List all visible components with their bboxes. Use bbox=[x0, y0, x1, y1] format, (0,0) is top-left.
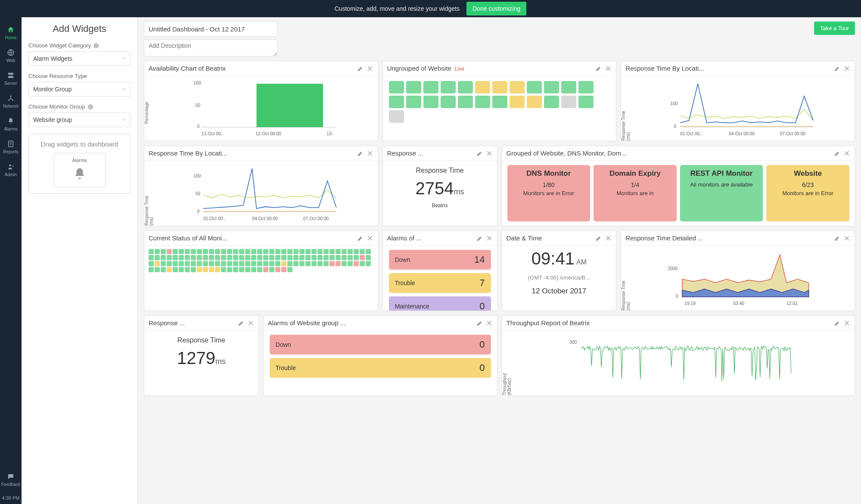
status-cell[interactable] bbox=[239, 261, 244, 266]
close-icon[interactable] bbox=[843, 150, 850, 157]
status-cell[interactable] bbox=[185, 249, 190, 254]
status-cell[interactable] bbox=[317, 261, 323, 266]
status-cell[interactable] bbox=[155, 255, 160, 260]
nav-home[interactable]: Home bbox=[0, 22, 22, 44]
status-cell[interactable] bbox=[360, 255, 365, 260]
status-cell[interactable] bbox=[161, 261, 166, 266]
status-cell[interactable] bbox=[275, 261, 280, 266]
status-cell[interactable] bbox=[305, 261, 311, 266]
status-cell[interactable] bbox=[257, 255, 262, 260]
status-cell[interactable] bbox=[167, 249, 172, 254]
status-cell[interactable] bbox=[293, 261, 298, 266]
status-cell[interactable] bbox=[185, 255, 190, 260]
status-cell[interactable] bbox=[389, 81, 404, 93]
status-cell[interactable] bbox=[389, 96, 404, 108]
widget-throughput[interactable]: Throughput Report of Beatrix Throughput … bbox=[502, 315, 855, 396]
status-cell[interactable] bbox=[233, 267, 238, 272]
status-cell[interactable] bbox=[406, 81, 421, 93]
status-cell[interactable] bbox=[354, 249, 359, 254]
status-cell[interactable] bbox=[311, 261, 317, 266]
status-cell[interactable] bbox=[305, 249, 311, 254]
nav-feedback[interactable]: Feedback bbox=[0, 469, 22, 490]
widget-ungrouped[interactable]: Ungrouped of Website Live bbox=[382, 61, 617, 141]
status-cell[interactable] bbox=[233, 261, 238, 266]
widget-resp-loc-2[interactable]: Response Time By Locati... Response Time… bbox=[144, 146, 378, 226]
info-icon[interactable]: i bbox=[93, 43, 99, 48]
status-cell[interactable] bbox=[281, 255, 286, 260]
close-icon[interactable] bbox=[367, 150, 373, 157]
widget-grouped[interactable]: Grouped of Website, DNS Monitor, Dom... … bbox=[502, 146, 855, 226]
status-cell[interactable] bbox=[155, 261, 160, 266]
status-cell[interactable] bbox=[281, 267, 286, 272]
status-cell[interactable] bbox=[492, 81, 507, 93]
status-cell[interactable] bbox=[406, 96, 421, 108]
status-cell[interactable] bbox=[287, 267, 292, 272]
group-dropdown[interactable]: Website group bbox=[28, 112, 131, 127]
status-cell[interactable] bbox=[578, 81, 594, 93]
status-cell[interactable] bbox=[269, 267, 274, 272]
status-cell[interactable] bbox=[245, 267, 250, 272]
status-cell[interactable] bbox=[475, 96, 490, 108]
status-cell[interactable] bbox=[342, 255, 347, 260]
status-cell[interactable] bbox=[305, 255, 311, 260]
status-cell[interactable] bbox=[167, 261, 172, 266]
status-cell[interactable] bbox=[209, 249, 214, 254]
status-cell[interactable] bbox=[149, 261, 154, 266]
widget-resp-loc-1[interactable]: Response Time By Locati... Response Time… bbox=[621, 61, 855, 141]
alarm-row[interactable]: Down14 bbox=[389, 250, 491, 270]
status-cell[interactable] bbox=[360, 261, 365, 266]
status-cell[interactable] bbox=[257, 267, 262, 272]
status-cell[interactable] bbox=[329, 255, 335, 260]
status-cell[interactable] bbox=[209, 267, 214, 272]
status-cell[interactable] bbox=[366, 255, 371, 260]
pencil-icon[interactable] bbox=[476, 235, 483, 242]
status-cell[interactable] bbox=[263, 261, 268, 266]
close-icon[interactable] bbox=[843, 235, 850, 242]
widget-response-time-1[interactable]: Response ... Response Time 2754ms Beatri… bbox=[382, 146, 497, 226]
status-cell[interactable] bbox=[191, 255, 196, 260]
status-cell[interactable] bbox=[323, 255, 329, 260]
status-cell[interactable] bbox=[336, 261, 341, 266]
status-cell[interactable] bbox=[239, 255, 244, 260]
status-cell[interactable] bbox=[191, 261, 196, 266]
close-icon[interactable] bbox=[247, 320, 254, 327]
status-cell[interactable] bbox=[161, 267, 166, 272]
close-icon[interactable] bbox=[605, 65, 612, 72]
status-cell[interactable] bbox=[215, 267, 220, 272]
status-cell[interactable] bbox=[227, 255, 232, 260]
done-customizing-button[interactable]: Done customizing bbox=[466, 2, 526, 16]
status-cell[interactable] bbox=[227, 267, 232, 272]
alarms-widget-draggable[interactable]: Alarms bbox=[54, 153, 106, 187]
status-cell[interactable] bbox=[329, 249, 335, 254]
status-cell[interactable] bbox=[578, 96, 594, 108]
status-cell[interactable] bbox=[173, 267, 178, 272]
alarm-row[interactable]: Trouble0 bbox=[270, 358, 491, 378]
status-cell[interactable] bbox=[287, 261, 292, 266]
status-cell[interactable] bbox=[233, 249, 238, 254]
status-cell[interactable] bbox=[251, 255, 256, 260]
status-cell[interactable] bbox=[281, 249, 286, 254]
widget-alarms-2[interactable]: Alarms of Website group ... Down0Trouble… bbox=[263, 315, 497, 396]
status-cell[interactable] bbox=[269, 249, 274, 254]
status-cell[interactable] bbox=[203, 261, 208, 266]
pencil-icon[interactable] bbox=[357, 150, 364, 157]
pencil-icon[interactable] bbox=[357, 65, 364, 72]
status-cell[interactable] bbox=[492, 96, 507, 108]
status-cell[interactable] bbox=[179, 261, 184, 266]
status-cell[interactable] bbox=[227, 249, 232, 254]
status-cell[interactable] bbox=[179, 255, 184, 260]
status-cell[interactable] bbox=[336, 255, 341, 260]
status-cell[interactable] bbox=[299, 255, 305, 260]
status-cell[interactable] bbox=[287, 255, 292, 260]
status-cell[interactable] bbox=[221, 255, 226, 260]
status-card[interactable]: Website6/23Monitors are in Error bbox=[766, 165, 849, 221]
status-card[interactable]: DNS Monitor1/80Monitors are in Error bbox=[507, 165, 591, 221]
alarm-row[interactable]: Trouble7 bbox=[389, 273, 491, 293]
status-cell[interactable] bbox=[299, 261, 305, 266]
nav-web[interactable]: Web bbox=[0, 45, 22, 66]
dashboard-description-input[interactable] bbox=[144, 39, 277, 56]
info-icon[interactable]: i bbox=[88, 104, 93, 109]
status-cell[interactable] bbox=[245, 255, 250, 260]
status-cell[interactable] bbox=[527, 81, 542, 93]
status-cell[interactable] bbox=[389, 110, 404, 123]
